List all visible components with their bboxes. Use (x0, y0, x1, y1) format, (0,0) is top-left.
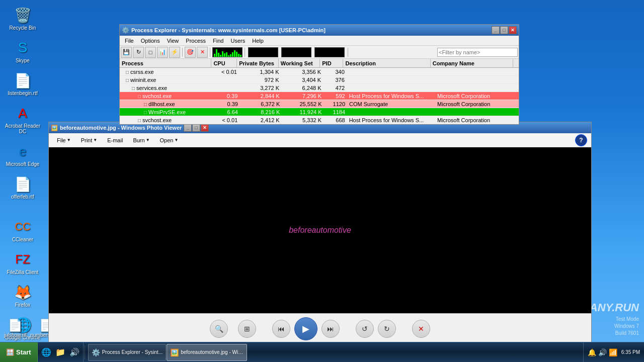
pe-col-pid[interactable]: PID (320, 59, 343, 67)
pe-table-row[interactable]: □ services.exe 3,272 K 6,248 K 472 (120, 84, 519, 92)
pe-cell-process: □ WmiPrvSE.exe (120, 109, 214, 115)
process-explorer-window: ⚙️ Process Explorer - Sysinternals: www.… (119, 24, 519, 125)
skype-label: Skype (16, 58, 30, 63)
photo-menu-print[interactable]: Print ▼ (77, 136, 102, 144)
photo-rotate-right-button[interactable]: ↻ (378, 320, 396, 338)
quick-launch-ie[interactable]: 🌐 (40, 346, 53, 359)
pe-tool-kill[interactable]: ✕ (197, 47, 208, 58)
pe-menu-options[interactable]: Options (138, 37, 163, 45)
taskbar-item-pe-icon: ⚙️ (92, 348, 100, 356)
photo-menubar: File ▼ Print ▼ E-mail Burn ▼ Open ▼ ? (49, 133, 591, 147)
pe-menubar: File Options View Process Find Users Hel… (120, 36, 519, 46)
pe-table-row[interactable]: □ WmiPrvSE.exe 6.64 8,216 K 11,924 K 118… (120, 108, 519, 116)
pe-table-row[interactable]: □ dllhost.exe 0.39 6,372 K 25,552 K 1120… (120, 100, 519, 108)
pe-cell-desc: Host Process for Windows S... (347, 117, 435, 123)
quick-launch-bar: 🌐 📁 🔊 (38, 342, 84, 363)
desktop-icon-skype[interactable]: S Skype (2, 37, 43, 65)
photo-menu-burn[interactable]: Burn ▼ (129, 136, 153, 144)
pe-table-row[interactable]: □ svchost.exe < 0.01 2,412 K 5,332 K 668… (120, 116, 519, 124)
photo-delete-button[interactable]: ✕ (412, 320, 430, 338)
photo-content: beforeautomotive (49, 147, 591, 313)
pe-cell-working: 7,296 K (282, 93, 324, 99)
desktop-icon-filezilla[interactable]: FZ FileZilla Client (2, 248, 43, 277)
pe-menu-process[interactable]: Process (183, 37, 209, 45)
tray-icon-network[interactable]: 📶 (609, 348, 617, 356)
photo-next-button[interactable]: ⏭ (321, 320, 340, 338)
pe-tool-process[interactable]: 📊 (157, 47, 168, 58)
pe-tool-cpu[interactable]: ⚡ (169, 47, 180, 58)
pe-restore-button[interactable]: □ (500, 26, 508, 34)
desktop-icon-msedge[interactable]: e Microsoft Edge (2, 140, 43, 169)
pe-table-row[interactable]: □ csrss.exe < 0.01 1,304 K 3,356 K 340 (120, 68, 519, 76)
pe-table-row[interactable]: □ wininit.exe 972 K 3,404 K 376 (120, 76, 519, 84)
photo-restore-button[interactable]: □ (192, 124, 200, 132)
taskbar-item-photo-label: beforeautomotive.jpg - Win... (181, 349, 244, 355)
pe-tool-save[interactable]: 💾 (121, 47, 132, 58)
photo-zoom-button[interactable]: 🔍 (210, 320, 228, 338)
pe-col-company[interactable]: Company Name (431, 59, 513, 67)
photo-fit-button[interactable]: ⊞ (238, 320, 256, 338)
tray-icon-volume[interactable]: 🔊 (598, 348, 607, 356)
system-tray: 🔔 🔊 📶 6:35 PM (583, 342, 644, 363)
photo-viewer-window: 🖼️ beforeautomotive.jpg - Windows Photo … (48, 122, 592, 343)
quick-launch-media[interactable]: 🔊 (68, 346, 81, 359)
pe-tool-refresh[interactable]: ↻ (133, 47, 144, 58)
taskbar-item-photo[interactable]: 🖼️ beforeautomotive.jpg - Win... (167, 344, 247, 361)
pe-table-row[interactable]: □ svchost.exe 0.39 2,844 K 7,296 K 592 H… (120, 92, 519, 100)
desktop-icon-recycle-bin[interactable]: 🗑️ Recycle Bin (2, 4, 43, 33)
photo-rotate-left-button[interactable]: ↺ (356, 320, 374, 338)
desktop-icon-listenbegin[interactable]: 📄 listenbegin.rtf (2, 69, 43, 98)
rotate-left-icon: ↺ (362, 325, 368, 333)
photo-close-button[interactable]: ✕ (201, 124, 209, 132)
pe-tool-target[interactable]: 🎯 (185, 47, 196, 58)
photo-play-button[interactable]: ▶ (294, 317, 317, 340)
quick-launch-explorer[interactable]: 📁 (54, 346, 67, 359)
desktop-icon-offerfeb[interactable]: 📄 offerfeb.rtf (2, 173, 43, 202)
photo-menu-open[interactable]: Open ▼ (156, 136, 183, 144)
pe-filter-input[interactable] (437, 48, 518, 57)
photo-minimize-button[interactable]: _ (184, 124, 192, 132)
photo-menu-file[interactable]: File ▼ (53, 136, 75, 144)
filezilla-label: FileZilla Client (7, 269, 39, 275)
pe-close-button[interactable]: ✕ (509, 26, 517, 34)
pe-cell-desc: Host Process for Windows S... (347, 93, 435, 99)
pe-menu-find[interactable]: Find (210, 37, 226, 45)
desktop-icon-firefox[interactable]: 🦊 Firefox (2, 281, 43, 310)
photo-menu-email[interactable]: E-mail (103, 136, 127, 144)
pe-cell-private: 2,844 K (239, 93, 281, 99)
pe-cell-private: 2,412 K (239, 117, 281, 123)
pe-tool-window[interactable]: □ (145, 47, 156, 58)
pe-menu-view[interactable]: View (164, 37, 182, 45)
desktop-icon-ccleaner[interactable]: CC CCleaner (2, 216, 43, 244)
desktop-icon-column: 🗑️ Recycle Bin S Skype 📄 listenbegin.rtf… (0, 0, 45, 346)
pe-col-cpu[interactable]: CPU (211, 59, 237, 67)
photo-help-button[interactable]: ? (575, 134, 587, 146)
photo-image-text: beforeautomotive (289, 226, 351, 235)
pe-titlebar: ⚙️ Process Explorer - Sysinternals: www.… (120, 25, 519, 36)
taskbar-item-pe[interactable]: ⚙️ Process Explorer - Sysint... (88, 344, 167, 361)
pe-minimize-button[interactable]: _ (492, 26, 500, 34)
photo-window-controls: _ □ ✕ (184, 124, 209, 132)
pe-title-icon: ⚙️ (122, 27, 129, 34)
start-icon: 🪟 (6, 348, 14, 356)
desktop-icon-acrobat[interactable]: A Acrobat Reader DC (2, 102, 43, 136)
pe-cell-process: □ svchost.exe (120, 93, 214, 99)
pe-col-private[interactable]: Private Bytes (237, 59, 279, 67)
pe-col-working[interactable]: Working Set (279, 59, 320, 67)
pe-menu-file[interactable]: File (122, 37, 137, 45)
rotate-right-icon: ↻ (384, 325, 390, 333)
pe-col-process[interactable]: Process (120, 59, 211, 67)
photo-title-text: beforeautomotive.jpg - Windows Photo Vie… (60, 125, 182, 131)
pe-menu-help[interactable]: Help (249, 37, 267, 45)
start-button[interactable]: 🪟 Start (0, 342, 38, 363)
msedge-icon: e (14, 142, 32, 160)
pe-cell-pid: 592 (324, 93, 347, 99)
tray-icon-notification[interactable]: 🔔 (588, 348, 596, 356)
pe-cell-working: 3,356 K (281, 69, 323, 75)
photo-image-area[interactable]: beforeautomotive (49, 147, 591, 313)
desktop-icon-numbersads[interactable]: 📄 julshow.rtf (4, 318, 26, 338)
system-clock[interactable]: 6:35 PM (621, 349, 640, 356)
photo-prev-button[interactable]: ⏮ (272, 320, 290, 338)
pe-col-desc[interactable]: Description (343, 59, 430, 67)
pe-menu-users[interactable]: Users (227, 37, 248, 45)
